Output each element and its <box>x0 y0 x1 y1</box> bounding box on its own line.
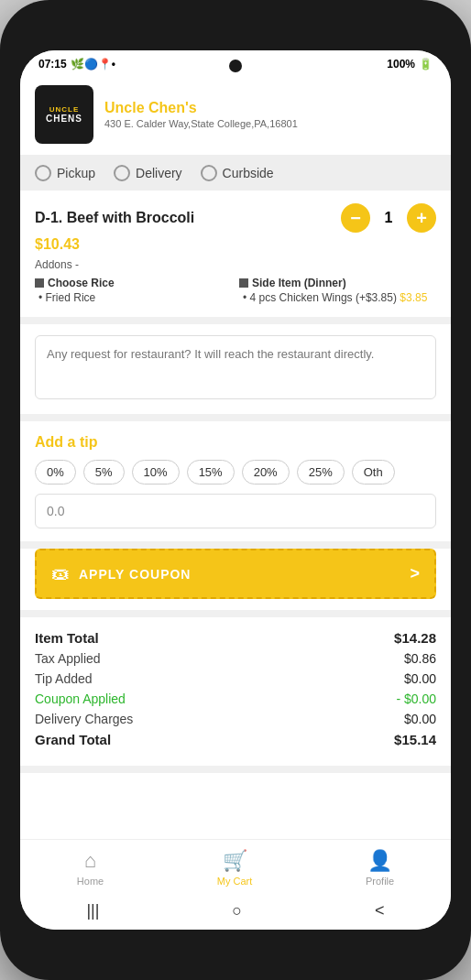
restaurant-logo: UNCLE CHENS <box>35 85 93 144</box>
addon2-title: Side Item (Dinner) <box>239 277 436 289</box>
request-section <box>20 324 451 421</box>
item-name: D-1. Beef with Broccoli <box>35 210 341 226</box>
tip-value: $0.00 <box>404 671 436 686</box>
grand-total-value: $15.14 <box>394 732 436 747</box>
tip-title: Add a tip <box>35 434 436 451</box>
grand-total-row: Grand Total $15.14 <box>35 732 436 747</box>
time-display: 07:15 <box>38 58 67 71</box>
tax-label: Tax Applied <box>35 651 101 666</box>
decrease-qty-button[interactable]: − <box>341 203 370 233</box>
increase-qty-button[interactable]: + <box>407 203 436 233</box>
item-price: $10.43 <box>35 236 436 253</box>
home-button[interactable]: ○ <box>232 901 242 920</box>
status-bar: 07:15 🌿🔵📍• 100% 🔋 <box>20 50 451 74</box>
addons-label: Addons - <box>35 258 436 271</box>
summary-section: Item Total $14.28 Tax Applied $0.86 Tip … <box>20 617 451 773</box>
pickup-option[interactable]: Pickup <box>35 165 95 181</box>
quantity-display: 1 <box>381 210 396 226</box>
tip-10-button[interactable]: 10% <box>132 460 180 485</box>
apply-coupon-button[interactable]: 🎟 APPLY COUPON > <box>35 549 436 599</box>
menu-button[interactable]: ||| <box>86 901 99 920</box>
addon-col-2: Side Item (Dinner) • 4 pcs Chicken Wings… <box>239 277 436 304</box>
phone-shell: 07:15 🌿🔵📍• 100% 🔋 UNCLE CHENS Uncle Chen… <box>0 0 471 980</box>
item-total-label: Item Total <box>35 630 99 646</box>
quantity-controls: − 1 + <box>341 203 436 233</box>
coupon-text: APPLY COUPON <box>79 567 191 582</box>
addon1-square-icon <box>35 278 44 288</box>
tip-15-button[interactable]: 15% <box>187 460 235 485</box>
restaurant-info: Uncle Chen's 430 E. Calder Way,State Col… <box>104 100 436 129</box>
tip-0-button[interactable]: 0% <box>35 460 76 485</box>
tip-label: Tip Added <box>35 671 93 686</box>
curbside-option[interactable]: Curbside <box>201 165 274 181</box>
profile-label: Profile <box>366 876 394 887</box>
addon2-sub: • 4 pcs Chicken Wings (+$3.85) $3.85 <box>239 291 436 304</box>
delivery-row: Delivery Charges $0.00 <box>35 712 436 726</box>
coupon-section: 🎟 APPLY COUPON > <box>20 549 451 617</box>
addon1-sub: • Fried Rice <box>35 291 232 304</box>
tip-row: Tip Added $0.00 <box>35 671 436 686</box>
addon1-title: Choose Rice <box>35 277 232 289</box>
tip-20-button[interactable]: 20% <box>242 460 290 485</box>
item-total-row: Item Total $14.28 <box>35 630 436 646</box>
addon2-price: $3.85 <box>400 291 427 304</box>
tip-other-button[interactable]: Oth <box>352 460 395 485</box>
scroll-content[interactable]: D-1. Beef with Broccoli − 1 + $10.43 Add… <box>20 191 451 839</box>
tip-section: Add a tip 0% 5% 10% 15% 20% 25% Oth <box>20 421 451 549</box>
status-right: 100% 🔋 <box>387 58 433 71</box>
cart-icon: 🛒 <box>223 849 247 873</box>
addon2-square-icon <box>239 278 248 288</box>
delivery-label: Delivery <box>136 166 182 180</box>
nav-profile[interactable]: 👤 Profile <box>366 849 394 887</box>
tip-25-button[interactable]: 25% <box>297 460 345 485</box>
restaurant-header: UNCLE CHENS Uncle Chen's 430 E. Calder W… <box>20 74 451 156</box>
battery-display: 100% <box>387 58 415 71</box>
camera-notch <box>229 60 242 72</box>
home-label: Home <box>77 876 104 887</box>
pickup-label: Pickup <box>57 166 95 180</box>
delivery-options: Pickup Delivery Curbside <box>20 156 451 191</box>
back-button[interactable]: < <box>375 901 385 920</box>
curbside-label: Curbside <box>223 166 274 180</box>
coupon-applied-label: Coupon Applied <box>35 691 126 706</box>
bottom-nav: ⌂ Home 🛒 My Cart 👤 Profile <box>20 839 451 894</box>
profile-icon: 👤 <box>367 849 392 873</box>
logo-chens: CHENS <box>46 114 82 124</box>
restaurant-address: 430 E. Calder Way,State College,PA,16801 <box>104 118 436 129</box>
tax-value: $0.86 <box>404 651 436 666</box>
tip-5-button[interactable]: 5% <box>83 460 125 485</box>
curbside-radio[interactable] <box>201 165 217 181</box>
delivery-value: $0.00 <box>404 712 436 726</box>
item-header: D-1. Beef with Broccoli − 1 + <box>35 203 436 233</box>
coupon-row: Coupon Applied - $0.00 <box>35 691 436 706</box>
addons-grid: Choose Rice • Fried Rice Side Item (Dinn… <box>35 277 436 304</box>
tax-row: Tax Applied $0.86 <box>35 651 436 666</box>
delivery-option[interactable]: Delivery <box>114 165 182 181</box>
logo-uncle: UNCLE <box>49 105 80 114</box>
coupon-value: - $0.00 <box>396 691 436 706</box>
grand-total-label: Grand Total <box>35 732 111 747</box>
item-section: D-1. Beef with Broccoli − 1 + $10.43 Add… <box>20 191 451 324</box>
coupon-icon: 🎟 <box>51 563 70 584</box>
delivery-radio[interactable] <box>114 165 130 181</box>
cart-label: My Cart <box>217 876 253 887</box>
battery-icon: 🔋 <box>419 58 433 71</box>
tip-amount-input[interactable] <box>35 494 436 528</box>
nav-home[interactable]: ⌂ Home <box>77 849 104 887</box>
tip-options: 0% 5% 10% 15% 20% 25% Oth <box>35 460 436 485</box>
status-left: 07:15 🌿🔵📍• <box>38 58 115 71</box>
coupon-arrow-icon: > <box>410 564 420 583</box>
phone-screen: 07:15 🌿🔵📍• 100% 🔋 UNCLE CHENS Uncle Chen… <box>20 50 451 930</box>
restaurant-name: Uncle Chen's <box>104 100 436 116</box>
system-nav: ||| ○ < <box>20 894 451 930</box>
addon-col-1: Choose Rice • Fried Rice <box>35 277 232 304</box>
pickup-radio[interactable] <box>35 165 51 181</box>
coupon-left: 🎟 APPLY COUPON <box>51 563 191 584</box>
status-icons: 🌿🔵📍• <box>71 58 115 71</box>
nav-cart[interactable]: 🛒 My Cart <box>217 849 253 887</box>
delivery-label: Delivery Charges <box>35 712 133 726</box>
request-textarea[interactable] <box>35 335 436 399</box>
item-total-value: $14.28 <box>394 630 436 646</box>
home-icon: ⌂ <box>84 849 96 873</box>
